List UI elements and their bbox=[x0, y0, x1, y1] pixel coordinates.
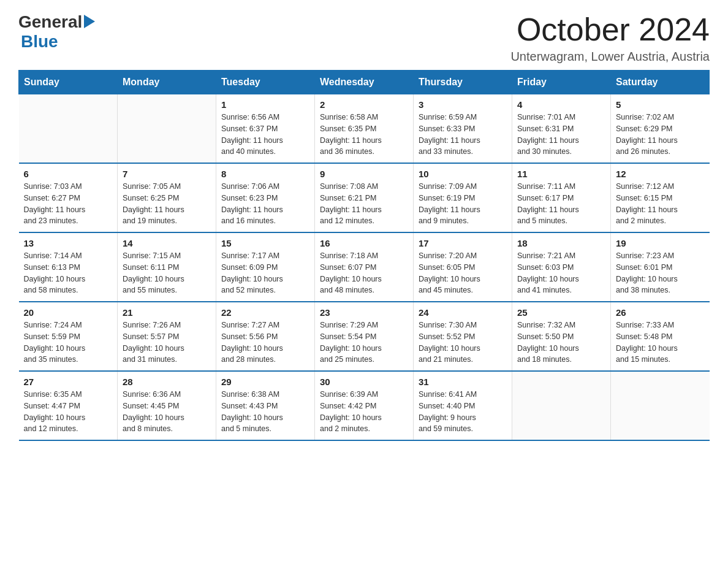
calendar-cell: 26Sunrise: 7:33 AM Sunset: 5:48 PM Dayli… bbox=[611, 302, 710, 371]
calendar-body: 1Sunrise: 6:56 AM Sunset: 6:37 PM Daylig… bbox=[19, 94, 710, 441]
day-info: Sunrise: 7:20 AM Sunset: 6:05 PM Dayligh… bbox=[419, 250, 507, 296]
calendar-week-row: 13Sunrise: 7:14 AM Sunset: 6:13 PM Dayli… bbox=[19, 232, 710, 302]
day-info: Sunrise: 7:03 AM Sunset: 6:27 PM Dayligh… bbox=[24, 181, 113, 227]
page-header: General Blue October 2024 Unterwagram, L… bbox=[18, 12, 710, 64]
calendar-cell: 24Sunrise: 7:30 AM Sunset: 5:52 PM Dayli… bbox=[414, 302, 512, 371]
day-info: Sunrise: 6:38 AM Sunset: 4:43 PM Dayligh… bbox=[221, 389, 309, 435]
day-info: Sunrise: 7:27 AM Sunset: 5:56 PM Dayligh… bbox=[221, 320, 309, 366]
day-number: 16 bbox=[320, 238, 408, 248]
calendar-day-header: Friday bbox=[512, 71, 611, 94]
calendar-cell: 19Sunrise: 7:23 AM Sunset: 6:01 PM Dayli… bbox=[611, 232, 710, 302]
day-number: 8 bbox=[221, 169, 309, 179]
day-info: Sunrise: 7:15 AM Sunset: 6:11 PM Dayligh… bbox=[123, 250, 211, 296]
calendar-week-row: 27Sunrise: 6:35 AM Sunset: 4:47 PM Dayli… bbox=[19, 371, 710, 440]
day-info: Sunrise: 7:33 AM Sunset: 5:48 PM Dayligh… bbox=[616, 320, 705, 366]
page-subtitle: Unterwagram, Lower Austria, Austria bbox=[510, 50, 710, 64]
day-number: 9 bbox=[320, 169, 408, 179]
day-number: 12 bbox=[616, 169, 705, 179]
calendar-cell: 18Sunrise: 7:21 AM Sunset: 6:03 PM Dayli… bbox=[512, 232, 611, 302]
page-title: October 2024 bbox=[510, 12, 710, 47]
day-info: Sunrise: 7:08 AM Sunset: 6:21 PM Dayligh… bbox=[320, 181, 408, 227]
day-number: 25 bbox=[517, 307, 605, 318]
day-number: 18 bbox=[517, 238, 605, 248]
day-info: Sunrise: 7:32 AM Sunset: 5:50 PM Dayligh… bbox=[517, 320, 605, 366]
day-info: Sunrise: 6:41 AM Sunset: 4:40 PM Dayligh… bbox=[419, 389, 507, 435]
calendar-cell: 12Sunrise: 7:12 AM Sunset: 6:15 PM Dayli… bbox=[611, 163, 710, 232]
logo: General Blue bbox=[18, 12, 95, 52]
calendar-cell: 30Sunrise: 6:39 AM Sunset: 4:42 PM Dayli… bbox=[315, 371, 414, 440]
day-info: Sunrise: 6:36 AM Sunset: 4:45 PM Dayligh… bbox=[123, 389, 211, 435]
day-info: Sunrise: 6:56 AM Sunset: 6:37 PM Dayligh… bbox=[221, 112, 309, 158]
day-number: 14 bbox=[123, 238, 211, 248]
day-info: Sunrise: 7:05 AM Sunset: 6:25 PM Dayligh… bbox=[123, 181, 211, 227]
calendar-week-row: 1Sunrise: 6:56 AM Sunset: 6:37 PM Daylig… bbox=[19, 94, 710, 164]
calendar-cell: 29Sunrise: 6:38 AM Sunset: 4:43 PM Dayli… bbox=[216, 371, 315, 440]
day-number: 29 bbox=[221, 377, 309, 387]
calendar-cell: 10Sunrise: 7:09 AM Sunset: 6:19 PM Dayli… bbox=[414, 163, 512, 232]
day-number: 28 bbox=[123, 377, 211, 387]
day-number: 23 bbox=[320, 307, 408, 318]
calendar-cell: 5Sunrise: 7:02 AM Sunset: 6:29 PM Daylig… bbox=[611, 94, 710, 164]
calendar-day-header: Saturday bbox=[611, 71, 710, 94]
day-number: 11 bbox=[517, 169, 605, 179]
day-number: 10 bbox=[419, 169, 507, 179]
day-number: 31 bbox=[419, 377, 507, 387]
day-info: Sunrise: 7:29 AM Sunset: 5:54 PM Dayligh… bbox=[320, 320, 408, 366]
day-number: 1 bbox=[221, 99, 309, 110]
day-info: Sunrise: 6:58 AM Sunset: 6:35 PM Dayligh… bbox=[320, 112, 408, 158]
calendar-cell: 11Sunrise: 7:11 AM Sunset: 6:17 PM Dayli… bbox=[512, 163, 611, 232]
logo-arrow-icon bbox=[84, 15, 95, 31]
day-info: Sunrise: 7:11 AM Sunset: 6:17 PM Dayligh… bbox=[517, 181, 605, 227]
day-number: 22 bbox=[221, 307, 309, 318]
calendar-cell: 25Sunrise: 7:32 AM Sunset: 5:50 PM Dayli… bbox=[512, 302, 611, 371]
day-info: Sunrise: 7:01 AM Sunset: 6:31 PM Dayligh… bbox=[517, 112, 605, 158]
calendar-day-header: Tuesday bbox=[216, 71, 315, 94]
calendar-header-row: SundayMondayTuesdayWednesdayThursdayFrid… bbox=[19, 71, 710, 94]
day-info: Sunrise: 7:02 AM Sunset: 6:29 PM Dayligh… bbox=[616, 112, 705, 158]
calendar-cell: 20Sunrise: 7:24 AM Sunset: 5:59 PM Dayli… bbox=[19, 302, 118, 371]
day-number: 6 bbox=[24, 169, 113, 179]
day-info: Sunrise: 7:06 AM Sunset: 6:23 PM Dayligh… bbox=[221, 181, 309, 227]
calendar-cell: 14Sunrise: 7:15 AM Sunset: 6:11 PM Dayli… bbox=[118, 232, 216, 302]
calendar-week-row: 6Sunrise: 7:03 AM Sunset: 6:27 PM Daylig… bbox=[19, 163, 710, 232]
calendar-cell bbox=[512, 371, 611, 440]
day-info: Sunrise: 7:30 AM Sunset: 5:52 PM Dayligh… bbox=[419, 320, 507, 366]
day-info: Sunrise: 7:14 AM Sunset: 6:13 PM Dayligh… bbox=[24, 250, 113, 296]
calendar-day-header: Sunday bbox=[19, 71, 118, 94]
day-number: 5 bbox=[616, 99, 705, 110]
day-number: 7 bbox=[123, 169, 211, 179]
day-number: 20 bbox=[24, 307, 113, 318]
calendar-week-row: 20Sunrise: 7:24 AM Sunset: 5:59 PM Dayli… bbox=[19, 302, 710, 371]
day-info: Sunrise: 7:17 AM Sunset: 6:09 PM Dayligh… bbox=[221, 250, 309, 296]
day-number: 30 bbox=[320, 377, 408, 387]
calendar-cell: 21Sunrise: 7:26 AM Sunset: 5:57 PM Dayli… bbox=[118, 302, 216, 371]
day-number: 13 bbox=[24, 238, 113, 248]
calendar-cell: 15Sunrise: 7:17 AM Sunset: 6:09 PM Dayli… bbox=[216, 232, 315, 302]
day-number: 4 bbox=[517, 99, 605, 110]
calendar-cell: 2Sunrise: 6:58 AM Sunset: 6:35 PM Daylig… bbox=[315, 94, 414, 164]
calendar-header: SundayMondayTuesdayWednesdayThursdayFrid… bbox=[19, 71, 710, 94]
calendar-cell: 6Sunrise: 7:03 AM Sunset: 6:27 PM Daylig… bbox=[19, 163, 118, 232]
calendar-cell: 13Sunrise: 7:14 AM Sunset: 6:13 PM Dayli… bbox=[19, 232, 118, 302]
day-number: 3 bbox=[419, 99, 507, 110]
calendar-day-header: Monday bbox=[118, 71, 216, 94]
calendar-cell: 4Sunrise: 7:01 AM Sunset: 6:31 PM Daylig… bbox=[512, 94, 611, 164]
day-number: 17 bbox=[419, 238, 507, 248]
calendar-cell: 16Sunrise: 7:18 AM Sunset: 6:07 PM Dayli… bbox=[315, 232, 414, 302]
day-info: Sunrise: 7:21 AM Sunset: 6:03 PM Dayligh… bbox=[517, 250, 605, 296]
calendar-day-header: Thursday bbox=[414, 71, 512, 94]
day-info: Sunrise: 6:35 AM Sunset: 4:47 PM Dayligh… bbox=[24, 389, 113, 435]
day-number: 19 bbox=[616, 238, 705, 248]
calendar-cell: 3Sunrise: 6:59 AM Sunset: 6:33 PM Daylig… bbox=[414, 94, 512, 164]
calendar-cell: 22Sunrise: 7:27 AM Sunset: 5:56 PM Dayli… bbox=[216, 302, 315, 371]
day-number: 21 bbox=[123, 307, 211, 318]
day-number: 26 bbox=[616, 307, 705, 318]
svg-marker-0 bbox=[84, 15, 95, 28]
calendar-cell: 9Sunrise: 7:08 AM Sunset: 6:21 PM Daylig… bbox=[315, 163, 414, 232]
calendar-cell bbox=[118, 94, 216, 164]
day-info: Sunrise: 7:09 AM Sunset: 6:19 PM Dayligh… bbox=[419, 181, 507, 227]
calendar-cell: 8Sunrise: 7:06 AM Sunset: 6:23 PM Daylig… bbox=[216, 163, 315, 232]
title-block: October 2024 Unterwagram, Lower Austria,… bbox=[510, 12, 710, 64]
day-info: Sunrise: 7:23 AM Sunset: 6:01 PM Dayligh… bbox=[616, 250, 705, 296]
day-info: Sunrise: 7:12 AM Sunset: 6:15 PM Dayligh… bbox=[616, 181, 705, 227]
